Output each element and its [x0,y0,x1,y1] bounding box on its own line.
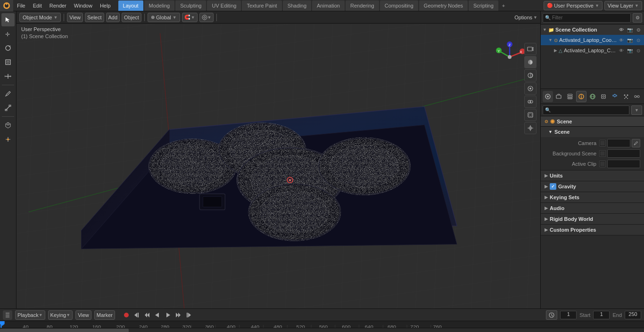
properties-filter-dropdown[interactable]: ▼ [631,105,642,115]
item2-sel[interactable]: ⊙ [635,47,642,54]
viewport-snapping[interactable] [524,122,537,134]
outliner-item-1[interactable]: ▼ ⊙ Activated_Laptop_Cooling_S... 👁 📷 ⊙ [541,35,644,45]
options-btn[interactable]: Options ▼ [514,15,537,20]
record-btn[interactable] [122,310,131,320]
viewport-gizmo-toggle[interactable] [524,82,537,95]
camera-picker[interactable] [607,139,630,147]
viewport-canvas[interactable]: User Perspective (1) Scene Collection [17,24,540,308]
prop-icon-scene[interactable] [576,91,586,102]
view-menu[interactable]: View [67,13,83,22]
outliner-render-icon[interactable]: 📷 [626,26,634,33]
item1-view[interactable]: 👁 [618,36,625,44]
outliner-filter-icon[interactable]: ⚙ [633,13,642,23]
scene-properties-header[interactable]: ⊙ ◉ Scene [541,116,644,127]
proportional-edit[interactable]: ▼ [199,13,214,22]
tool-cursor[interactable] [1,13,15,26]
menu-file[interactable]: File [13,0,29,11]
properties-search-input[interactable]: 🔍 [543,105,629,115]
gravity-header[interactable]: ▶ ✓ Gravity [541,181,644,192]
prop-icon-object[interactable] [598,91,609,102]
viewport[interactable]: Object Mode ▼ View Select Add Object ⊕ G… [17,11,540,308]
active-clip-value[interactable] [599,160,640,168]
scene-subsection-header[interactable]: ▼ Scene [541,127,644,137]
prop-icon-world[interactable] [587,91,598,102]
rigid-body-world-header[interactable]: ▶ Rigid Body World [541,214,644,224]
scene-selector[interactable]: 🔴 User Perspective ▼ [544,1,603,10]
item2-render[interactable]: 📷 [626,47,634,54]
start-frame-input[interactable]: 1 [593,311,610,319]
play-reverse-btn[interactable] [153,310,162,320]
camera-edit-btn[interactable] [632,139,640,147]
workspace-tab-add[interactable]: + [499,0,508,11]
tool-scale[interactable] [1,56,15,69]
outliner-view-icon[interactable]: 👁 [618,26,625,33]
workspace-tab-geometry-nodes[interactable]: Geometry Nodes [419,0,468,11]
viewport-camera-icon[interactable] [524,43,537,55]
tool-origin[interactable] [1,133,15,146]
playback-menu[interactable]: Playback ▼ [15,310,45,320]
timeline-scrollbar[interactable] [0,328,644,332]
item1-render[interactable]: 📷 [626,36,634,44]
camera-value[interactable] [599,139,640,147]
select-menu[interactable]: Select [85,13,104,22]
workspace-tab-shading[interactable]: Shading [283,0,311,11]
end-frame-input[interactable]: 250 [625,311,641,319]
snap-toggle[interactable]: 🧲 ▼ [182,13,198,22]
workspace-tab-animation[interactable]: Animation [312,0,345,11]
object-menu[interactable]: Object [122,13,141,22]
item1-sel[interactable]: ⊙ [635,36,642,44]
viewport-overlay-toggle[interactable] [524,96,537,108]
outliner-collection-header[interactable]: ▼ 📁 Scene Collection 👁 📷 ⊙ [541,24,644,35]
viewport-xray-toggle[interactable] [524,109,537,121]
viewport-shading-options[interactable] [524,69,537,81]
prop-icon-output[interactable] [554,91,564,102]
prop-icon-constraints[interactable] [632,91,642,102]
view-menu-timeline[interactable]: View [75,310,91,320]
audio-header[interactable]: ▶ Audio [541,203,644,213]
menu-window[interactable]: Window [70,0,96,11]
tool-transform[interactable] [1,70,15,83]
viewport-shading-solid[interactable] [524,56,537,68]
background-scene-value[interactable] [599,149,640,158]
custom-properties-header[interactable]: ▶ Custom Properties [541,225,644,235]
transform-orientation[interactable]: ⊕ Global ▼ [148,13,180,22]
bg-scene-picker[interactable] [607,149,640,158]
outliner-search[interactable]: 🔍 Filter [543,13,631,23]
current-frame-input[interactable]: 1 [560,311,577,319]
workspace-tab-layout[interactable]: Layout [118,0,143,11]
workspace-tab-modeling[interactable]: Modeling [144,0,175,11]
prop-icon-particles[interactable] [621,91,631,102]
gravity-checkbox[interactable]: ✓ [550,183,556,190]
tool-annotate[interactable] [1,87,15,100]
tool-measure[interactable] [1,101,15,114]
clip-picker[interactable] [607,160,640,168]
workspace-tab-scripting[interactable]: Scripting [469,0,498,11]
marker-menu[interactable]: Marker [94,310,115,320]
jump-end-btn[interactable] [184,310,193,320]
keying-menu[interactable]: Keying ▼ [48,310,73,320]
object-mode-dropdown[interactable]: Object Mode ▼ [19,13,61,22]
menu-edit[interactable]: Edit [29,0,46,11]
prop-icon-render[interactable] [543,91,553,102]
tool-move[interactable]: ✛ [1,27,15,40]
units-header[interactable]: ▶ Units [541,170,644,181]
workspace-tab-uv-editing[interactable]: UV Editing [207,0,241,11]
step-back-btn[interactable] [142,310,152,320]
prop-icon-modifier[interactable] [610,91,620,102]
tool-add-cube[interactable] [1,119,15,132]
prop-icon-view-layer[interactable] [565,91,575,102]
play-forward-btn[interactable] [163,310,173,320]
workspace-tab-texture-paint[interactable]: Texture Paint [242,0,281,11]
add-menu[interactable]: Add [106,13,120,22]
outliner-item-2[interactable]: ▶ △ Activated_Laptop_Coolin 👁 📷 ⊙ [541,45,644,56]
jump-start-btn[interactable] [132,310,141,320]
timeline-scrubber[interactable]: 40 80 120 160 200 240 280 320 360 400 [0,321,644,332]
workspace-tab-compositing[interactable]: Compositing [380,0,418,11]
menu-help[interactable]: Help [96,0,115,11]
tool-rotate[interactable] [1,41,15,55]
menu-render[interactable]: Render [46,0,70,11]
timeline-panel-icon[interactable] [3,310,12,320]
workspace-tab-rendering[interactable]: Rendering [346,0,379,11]
step-forward-btn[interactable] [173,310,183,320]
view-layer-selector[interactable]: View Layer ▼ [604,1,642,10]
